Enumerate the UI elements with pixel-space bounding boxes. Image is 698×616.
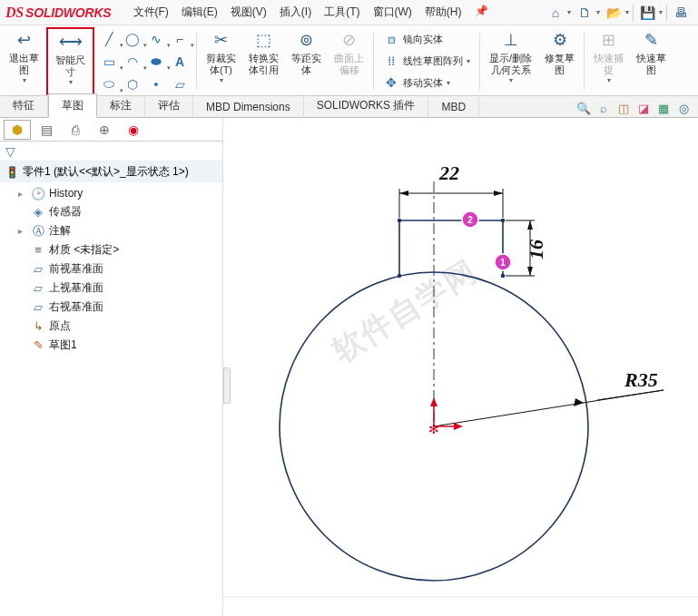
tree-top-plane[interactable]: ▱ 上视基准面 [5, 279, 222, 298]
spline-tool-icon[interactable]: ∿▾ [147, 30, 165, 48]
tree-front-plane[interactable]: ▱ 前视基准面 [5, 259, 222, 279]
property-tab-icon[interactable]: ▤ [33, 120, 60, 140]
mirror-button[interactable]: ⧈ 镜向实体 [379, 30, 474, 50]
open-icon[interactable]: 📂 [604, 3, 624, 23]
zoom-fit-icon[interactable]: 🔍 [575, 99, 593, 117]
tree-root[interactable]: 🚦 零件1 (默认<<默认>_显示状态 1>) [0, 161, 222, 182]
polygon-tool-icon[interactable]: ⬡ [123, 75, 142, 93]
tab-annotate[interactable]: 标注 [97, 94, 145, 117]
display-style-icon[interactable]: ▦ [654, 99, 673, 117]
tab-mbd[interactable]: MBD [428, 97, 479, 117]
origin-icon: ↳ [31, 319, 45, 334]
tree-sensors[interactable]: ◈ 传感器 [5, 202, 222, 221]
expand-icon[interactable]: ▸ [18, 189, 27, 199]
dropdown-icon[interactable]: ▾ [23, 76, 26, 85]
sketch-point[interactable] [398, 219, 402, 223]
convert-entities-button[interactable]: ⬚ 转换实 体引用 [243, 27, 284, 95]
dropdown-icon[interactable]: ▾ [659, 8, 663, 16]
sketch-icon: ✎ [31, 338, 45, 353]
plane-icon: ▱ [31, 262, 45, 277]
exit-sketch-button[interactable]: ↩ 退出草 图 ▾ [4, 27, 44, 95]
repair-sketch-button[interactable]: ⚙ 修复草 图 [539, 27, 580, 95]
sketch-point[interactable] [501, 274, 506, 279]
tree-origin[interactable]: ↳ 原点 [5, 317, 222, 336]
dropdown-icon[interactable]: ▾ [220, 76, 223, 85]
tab-sketch[interactable]: 草图 [48, 93, 97, 118]
svg-marker-4 [494, 191, 503, 196]
graphics-area[interactable]: 软件自学网 22 [223, 118, 698, 616]
trim-button[interactable]: ✂ 剪裁实 体(T) ▾ [201, 27, 241, 95]
section-view-icon[interactable]: ◪ [634, 99, 653, 117]
dimension-height[interactable]: 16 [506, 220, 547, 276]
tab-mbd-dimensions[interactable]: MBD Dimensions [193, 97, 304, 117]
home-icon[interactable]: ⌂ [546, 3, 565, 23]
dimension-radius[interactable]: R35 [434, 368, 664, 426]
dropdown-icon[interactable]: ▾ [467, 57, 470, 65]
zoom-area-icon[interactable]: ⌕ [595, 99, 613, 117]
move-entities-button[interactable]: ✥ 移动实体 ▾ [379, 73, 474, 93]
rect-tool-icon[interactable]: ▭▾ [100, 53, 118, 71]
dropdown-icon[interactable]: ▾ [69, 78, 73, 87]
move-icon: ✥ [383, 74, 399, 91]
tree-annotations[interactable]: ▸ Ⓐ 注解 [5, 221, 222, 240]
plane-tool-icon[interactable]: ▱ [171, 75, 189, 93]
display-tab-icon[interactable]: ⊕ [91, 120, 118, 140]
plane-icon: ▱ [31, 300, 45, 315]
callout-marker-2[interactable]: 2 [462, 211, 478, 228]
line-tool-icon[interactable]: ╱▾ [100, 30, 118, 48]
hide-show-icon[interactable]: ◎ [674, 99, 693, 117]
config-tab-icon[interactable]: ⎙ [62, 120, 89, 140]
ellipse-tool-icon[interactable]: ⬬▾ [147, 53, 165, 71]
slot-tool-icon[interactable]: ⬭▾ [100, 75, 118, 93]
dimension-icon: ⟷ [61, 33, 81, 53]
text-tool-icon[interactable]: A [171, 53, 189, 71]
menu-pin-icon[interactable]: 📌 [469, 1, 494, 24]
dropdown-icon[interactable]: ▾ [567, 8, 571, 16]
feature-tree-tab-icon[interactable]: ⬢ [4, 120, 31, 140]
origin-marker[interactable]: ✻ [428, 397, 463, 436]
tab-addins[interactable]: SOLIDWORKS 插件 [304, 94, 429, 117]
sketch-point[interactable] [398, 274, 402, 279]
tab-feature[interactable]: 特征 [0, 94, 48, 117]
menu-help[interactable]: 帮助(H) [419, 1, 467, 24]
callout-marker-1[interactable]: 1 [495, 254, 511, 270]
dropdown-icon[interactable]: ▾ [509, 76, 513, 85]
snap-icon: ⊞ [599, 31, 619, 51]
menu-insert[interactable]: 插入(I) [274, 1, 317, 24]
smart-dimension-button[interactable]: ⟷ 智能尺 寸 ▾ [50, 29, 91, 93]
show-relations-button[interactable]: ⊥ 显示/删除 几何关系 ▾ [484, 27, 537, 95]
tree-material[interactable]: ≡ 材质 <未指定> [5, 240, 222, 259]
menu-file[interactable]: 文件(F) [128, 1, 174, 24]
offset-entities-button[interactable]: ⊚ 等距实 体 [286, 27, 327, 95]
menu-edit[interactable]: 编辑(E) [176, 1, 223, 24]
arc-tool-icon[interactable]: ◠▾ [123, 53, 142, 71]
menu-tools[interactable]: 工具(T) [319, 1, 365, 24]
menu-view[interactable]: 视图(V) [225, 1, 272, 24]
menu-window[interactable]: 窗口(W) [368, 1, 418, 24]
filter-icon[interactable]: ▽ [5, 144, 15, 159]
linear-pattern-button[interactable]: ⁞⁞ 线性草图阵列 ▾ [379, 51, 474, 71]
new-icon[interactable]: 🗋 [575, 3, 595, 23]
sketch-point[interactable] [501, 219, 506, 223]
tree-sketch1[interactable]: ✎ 草图1 [5, 336, 222, 355]
dropdown-icon[interactable]: ▾ [447, 79, 450, 87]
svg-text:✻: ✻ [428, 422, 439, 436]
tree-right-plane[interactable]: ▱ 右视基准面 [5, 298, 222, 317]
quick-snap-button: ⊞ 快速捕 捉 ▾ [588, 27, 629, 95]
fillet-tool-icon[interactable]: ⌐▾ [171, 30, 189, 48]
dimension-width[interactable]: 22 [399, 161, 503, 218]
print-icon[interactable]: 🖶 [671, 3, 691, 23]
point-tool-icon[interactable]: • [147, 75, 165, 93]
view-cube-icon[interactable]: ◫ [614, 99, 633, 117]
dropdown-icon[interactable]: ▾ [625, 8, 629, 16]
expand-icon[interactable]: ▸ [18, 226, 27, 236]
save-icon[interactable]: 💾 [637, 3, 657, 23]
tab-evaluate[interactable]: 评估 [145, 94, 193, 117]
circle-tool-icon[interactable]: ◯▾ [123, 30, 142, 48]
dropdown-icon[interactable]: ▾ [596, 8, 600, 16]
svg-text:22: 22 [438, 161, 459, 184]
tree-history[interactable]: ▸ 🕑 History [5, 184, 222, 202]
quick-sketch-button[interactable]: ✎ 快速草 图 [631, 27, 672, 95]
svg-text:2: 2 [467, 215, 473, 225]
appearance-tab-icon[interactable]: ◉ [120, 120, 147, 140]
